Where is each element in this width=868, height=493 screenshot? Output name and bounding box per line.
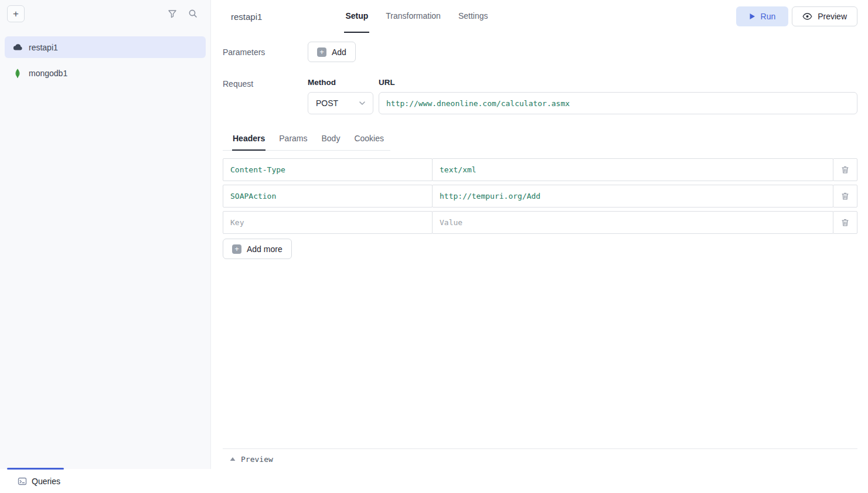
method-value: POST <box>316 98 338 108</box>
mongodb-icon <box>12 68 23 79</box>
url-input[interactable]: http://www.dneonline.com/calculator.asmx <box>379 92 857 114</box>
parameters-label: Parameters <box>223 47 308 57</box>
run-button[interactable]: Run <box>736 6 789 26</box>
trash-icon <box>841 192 849 200</box>
query-title: restapi1 <box>231 12 262 22</box>
request-config-tabs: Headers Params Body Cookies <box>223 134 390 151</box>
add-more-label: Add more <box>247 244 282 254</box>
query-header: restapi1 Setup Transformation Settings R… <box>211 0 868 33</box>
delete-row-button[interactable] <box>833 185 857 208</box>
header-row: Content-Type text/xml <box>223 158 857 181</box>
preview-button[interactable]: Preview <box>792 6 857 26</box>
sidebar-item-label: restapi1 <box>29 43 58 52</box>
search-icon[interactable] <box>188 9 198 18</box>
sidebar-item-mongodb1[interactable]: mongodb1 <box>5 62 206 84</box>
header-value-input[interactable]: http://tempuri.org/Add <box>432 185 833 208</box>
tab-settings[interactable]: Settings <box>457 0 489 33</box>
sidebar-toolbar-icons <box>168 9 198 18</box>
delete-row-button[interactable] <box>833 158 857 181</box>
chevron-down-icon <box>358 98 367 108</box>
setup-form: Parameters + Add Request Method POST <box>211 33 868 469</box>
content-row: + <box>0 0 868 469</box>
tab-cookies[interactable]: Cookies <box>353 134 384 151</box>
sidebar: + <box>0 0 211 469</box>
rest-api-icon <box>12 42 23 53</box>
active-tab-indicator <box>7 468 64 470</box>
tab-transformation[interactable]: Transformation <box>384 0 442 33</box>
header-key-input[interactable]: SOAPAction <box>223 185 433 208</box>
sidebar-toolbar: + <box>0 0 210 27</box>
tab-queries[interactable]: Queries <box>7 477 71 486</box>
method-field: Method POST <box>308 78 373 114</box>
trash-icon <box>841 165 849 174</box>
preview-button-label: Preview <box>818 12 847 21</box>
url-label: URL <box>379 78 857 87</box>
request-label: Request <box>223 78 308 89</box>
tab-params[interactable]: Params <box>278 134 308 151</box>
request-row: Request Method POST <box>223 78 857 114</box>
header-row: SOAPAction http://tempuri.org/Add <box>223 185 857 208</box>
trash-icon <box>841 218 849 227</box>
delete-row-button[interactable] <box>833 211 857 234</box>
bottom-bar: Queries <box>0 469 868 493</box>
plus-icon: + <box>232 244 241 254</box>
header-value-input[interactable]: text/xml <box>432 158 833 181</box>
sidebar-item-restapi1[interactable]: restapi1 <box>5 36 206 58</box>
collapse-up-icon <box>230 457 236 461</box>
tab-headers[interactable]: Headers <box>232 134 265 151</box>
sidebar-item-label: mongodb1 <box>29 69 67 78</box>
app-root: + <box>0 0 868 493</box>
header-key-input[interactable] <box>223 211 433 234</box>
parameters-row: Parameters + Add <box>223 42 857 62</box>
new-query-button[interactable]: + <box>7 5 25 22</box>
filter-icon[interactable] <box>168 9 177 18</box>
header-value-input[interactable] <box>432 211 833 234</box>
method-select[interactable]: POST <box>308 92 373 114</box>
response-preview-label: Preview <box>241 455 273 464</box>
add-more-button[interactable]: + Add more <box>223 239 292 259</box>
tab-setup[interactable]: Setup <box>344 0 369 33</box>
plus-icon: + <box>317 47 326 57</box>
response-preview-toggle[interactable]: Preview <box>223 448 857 469</box>
main-panel: restapi1 Setup Transformation Settings R… <box>211 0 868 469</box>
play-icon <box>749 13 755 20</box>
header-actions: Run Preview <box>736 6 857 26</box>
header-row <box>223 211 857 234</box>
url-field: URL http://www.dneonline.com/calculator.… <box>379 78 857 114</box>
method-label: Method <box>308 78 373 87</box>
headers-table: Content-Type text/xml SOAPAction <box>223 158 857 234</box>
run-button-label: Run <box>761 12 776 21</box>
tab-body[interactable]: Body <box>321 134 341 151</box>
add-parameter-label: Add <box>332 47 346 57</box>
queries-icon <box>18 477 27 486</box>
queries-label: Queries <box>32 477 60 486</box>
eye-icon <box>802 12 812 21</box>
query-tabs: Setup Transformation Settings <box>344 0 489 33</box>
request-fields: Method POST URL <box>308 78 857 114</box>
header-key-input[interactable]: Content-Type <box>223 158 433 181</box>
add-parameter-button[interactable]: + Add <box>308 42 356 62</box>
query-list: restapi1 mongodb1 <box>0 27 210 84</box>
